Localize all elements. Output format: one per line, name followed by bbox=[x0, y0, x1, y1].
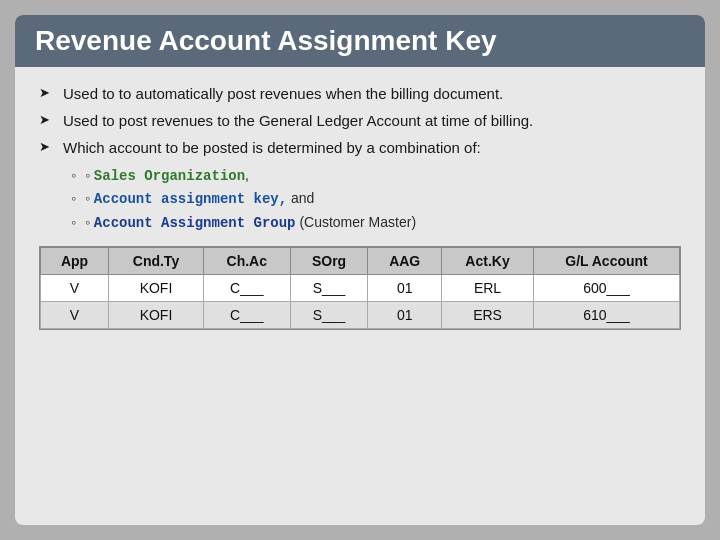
bullet-list: Used to to automatically post revenues w… bbox=[39, 83, 681, 234]
sub-bullet-2-highlight: Account assignment key, bbox=[94, 191, 287, 207]
data-table-wrapper: AppCnd.TyCh.AcSOrgAAGAct.KyG/L Account V… bbox=[39, 246, 681, 330]
table-header-cell-4: AAG bbox=[368, 248, 441, 275]
sub-bullet-2-suffix: and bbox=[287, 190, 314, 206]
sub-bullet-1-suffix: , bbox=[245, 167, 249, 183]
table-header-cell-1: Cnd.Ty bbox=[108, 248, 203, 275]
bullet-item-2: Used to post revenues to the General Led… bbox=[39, 110, 681, 131]
table-header-cell-5: Act.Ky bbox=[441, 248, 533, 275]
table-cell-1-3: S___ bbox=[290, 302, 368, 329]
table-row: VKOFIC___S___01ERL600___ bbox=[41, 275, 680, 302]
table-header-cell-2: Ch.Ac bbox=[203, 248, 290, 275]
table-cell-0-1: KOFI bbox=[108, 275, 203, 302]
table-header-cell-3: SOrg bbox=[290, 248, 368, 275]
slide: Revenue Account Assignment Key Used to t… bbox=[15, 15, 705, 525]
table-row: VKOFIC___S___01ERS610___ bbox=[41, 302, 680, 329]
slide-title: Revenue Account Assignment Key bbox=[15, 15, 705, 67]
table-cell-0-6: 600___ bbox=[534, 275, 680, 302]
table-cell-0-3: S___ bbox=[290, 275, 368, 302]
table-header-cell-0: App bbox=[41, 248, 109, 275]
sub-bullet-3: ◦ Account Assignment Group (Customer Mas… bbox=[71, 211, 681, 234]
table-cell-1-1: KOFI bbox=[108, 302, 203, 329]
sub-bullet-3-suffix: (Customer Master) bbox=[296, 214, 417, 230]
table-body: VKOFIC___S___01ERL600___VKOFIC___S___01E… bbox=[41, 275, 680, 329]
bullet-item-1: Used to to automatically post revenues w… bbox=[39, 83, 681, 104]
slide-body: Used to to automatically post revenues w… bbox=[15, 67, 705, 338]
table-header-cell-6: G/L Account bbox=[534, 248, 680, 275]
bullet-item-3-text: Which account to be posted is determined… bbox=[63, 139, 481, 156]
table-cell-1-5: ERS bbox=[441, 302, 533, 329]
table-cell-0-2: C___ bbox=[203, 275, 290, 302]
table-cell-1-4: 01 bbox=[368, 302, 441, 329]
table-header-row: AppCnd.TyCh.AcSOrgAAGAct.KyG/L Account bbox=[41, 248, 680, 275]
sub-bullet-1-highlight: Sales Organization bbox=[94, 168, 245, 184]
table-cell-0-4: 01 bbox=[368, 275, 441, 302]
sub-bullet-3-highlight: Account Assignment Group bbox=[94, 215, 296, 231]
data-table: AppCnd.TyCh.AcSOrgAAGAct.KyG/L Account V… bbox=[40, 247, 680, 329]
table-cell-1-6: 610___ bbox=[534, 302, 680, 329]
sub-bullet-2: ◦ Account assignment key, and bbox=[71, 187, 681, 210]
bullet-item-3: Which account to be posted is determined… bbox=[39, 137, 681, 234]
sub-bullet-list: ◦ Sales Organization, ◦ Account assignme… bbox=[71, 164, 681, 234]
table-cell-1-0: V bbox=[41, 302, 109, 329]
sub-bullet-1: ◦ Sales Organization, bbox=[71, 164, 681, 187]
table-cell-0-5: ERL bbox=[441, 275, 533, 302]
table-cell-1-2: C___ bbox=[203, 302, 290, 329]
table-cell-0-0: V bbox=[41, 275, 109, 302]
table-header: AppCnd.TyCh.AcSOrgAAGAct.KyG/L Account bbox=[41, 248, 680, 275]
